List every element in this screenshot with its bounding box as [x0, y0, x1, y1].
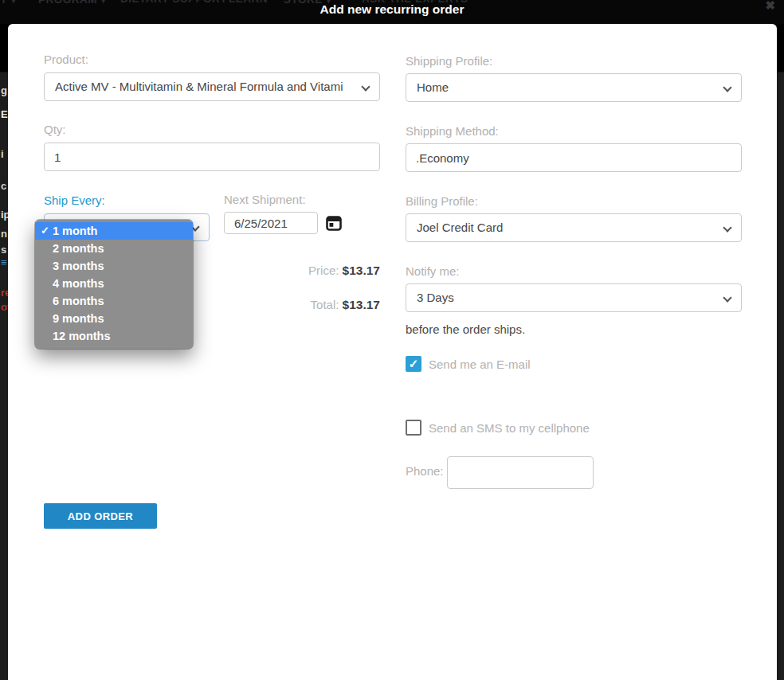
- checkmark-icon: ✓: [41, 222, 49, 240]
- top-nav-bar: Y ▾ PROGRAM ▾ DIETARY SUPPORT LEARN STOR…: [0, 0, 784, 24]
- billing-profile-label: Billing Profile:: [406, 194, 478, 208]
- total-value: $13.17: [343, 298, 380, 311]
- dropdown-option-label: 9 months: [53, 312, 104, 325]
- shipping-method-input[interactable]: [406, 143, 742, 172]
- next-shipment-label: Next Shipment:: [224, 193, 306, 206]
- add-order-button[interactable]: ADD ORDER: [44, 503, 157, 529]
- background-page-fragments: gEicipns≡reot: [0, 24, 8, 680]
- dropdown-option-3-months[interactable]: 3 months: [35, 257, 193, 275]
- phone-label: Phone:: [406, 464, 444, 478]
- chevron-down-icon: [361, 82, 370, 91]
- notify-suffix-text: before the order ships.: [406, 322, 525, 336]
- chevron-down-icon: [723, 83, 731, 92]
- total-row: Total: $13.17: [224, 298, 380, 312]
- background-text-fragment: i: [1, 148, 4, 160]
- ship-every-dropdown-menu: ✓ 1 month 2 months 3 months 4 months 6 m…: [35, 220, 193, 349]
- email-checkbox-label: Send me an E-mail: [429, 358, 531, 371]
- phone-input[interactable]: [447, 456, 594, 489]
- product-label: Product:: [44, 53, 88, 66]
- background-text-fragment: re: [1, 287, 8, 299]
- dropdown-option-6-months[interactable]: 6 months: [35, 292, 193, 310]
- qty-label: Qty:: [44, 123, 66, 136]
- chevron-down-icon: [723, 223, 731, 232]
- price-value: $13.17: [343, 264, 380, 277]
- background-text-fragment: ip: [1, 209, 8, 221]
- notify-me-select[interactable]: 3 Days: [406, 283, 742, 312]
- sms-checkbox[interactable]: [406, 420, 421, 436]
- dropdown-option-2-months[interactable]: 2 months: [35, 240, 193, 257]
- product-select[interactable]: Active MV - Multivitamin & Mineral Formu…: [44, 72, 380, 101]
- dropdown-option-label: 12 months: [53, 330, 111, 342]
- qty-input[interactable]: [44, 143, 380, 171]
- shipping-method-label: Shipping Method:: [406, 124, 499, 138]
- dropdown-option-label: 6 months: [53, 295, 104, 307]
- calendar-icon[interactable]: [326, 215, 342, 231]
- shipping-profile-label: Shipping Profile:: [406, 54, 492, 68]
- email-checkbox-row[interactable]: ✓ Send me an E-mail: [406, 356, 531, 372]
- background-text-fragment: n: [1, 228, 7, 240]
- modal-title: Add new recurring order: [0, 2, 784, 17]
- billing-profile-select[interactable]: Joel Credit Card: [406, 213, 742, 242]
- dropdown-option-4-months[interactable]: 4 months: [35, 275, 193, 292]
- close-icon[interactable]: ✖: [765, 0, 775, 13]
- product-select-value: Active MV - Multivitamin & Mineral Formu…: [55, 80, 343, 93]
- shipping-profile-value: Home: [417, 80, 449, 94]
- dropdown-option-label: 4 months: [53, 277, 104, 290]
- background-text-fragment: ot: [1, 301, 8, 313]
- chevron-down-icon: [723, 293, 731, 302]
- background-text-fragment: s: [1, 244, 6, 256]
- add-recurring-order-modal: Product: Active MV - Multivitamin & Mine…: [8, 24, 777, 680]
- dropdown-option-label: 3 months: [53, 260, 104, 272]
- price-label: Price:: [308, 264, 339, 277]
- dropdown-option-label: 2 months: [53, 242, 104, 255]
- sms-checkbox-label: Send an SMS to my cellphone: [429, 421, 590, 435]
- price-row: Price: $13.17: [224, 264, 380, 278]
- page-overlay: gEicipns≡reot Y ▾ PROGRAM ▾ DIETARY SUPP…: [0, 0, 784, 680]
- dropdown-option-12-months[interactable]: 12 months: [35, 327, 193, 345]
- background-text-fragment: E: [1, 108, 8, 120]
- total-label: Total:: [311, 298, 339, 311]
- notify-me-value: 3 Days: [417, 291, 454, 304]
- dropdown-option-label: 1 month: [53, 225, 97, 237]
- dropdown-option-9-months[interactable]: 9 months: [35, 310, 193, 327]
- shipping-profile-select[interactable]: Home: [406, 73, 742, 102]
- billing-profile-value: Joel Credit Card: [417, 221, 503, 234]
- email-checkbox[interactable]: ✓: [406, 356, 421, 372]
- background-text-fragment: g: [1, 84, 7, 96]
- next-shipment-date-input[interactable]: [224, 212, 318, 234]
- background-text-fragment: ≡: [1, 256, 7, 268]
- ship-every-label: Ship Every:: [44, 193, 105, 207]
- dropdown-option-1-month[interactable]: ✓ 1 month: [35, 222, 193, 240]
- sms-checkbox-row[interactable]: Send an SMS to my cellphone: [406, 420, 590, 436]
- background-text-fragment: c: [1, 180, 6, 192]
- notify-me-label: Notify me:: [406, 264, 460, 278]
